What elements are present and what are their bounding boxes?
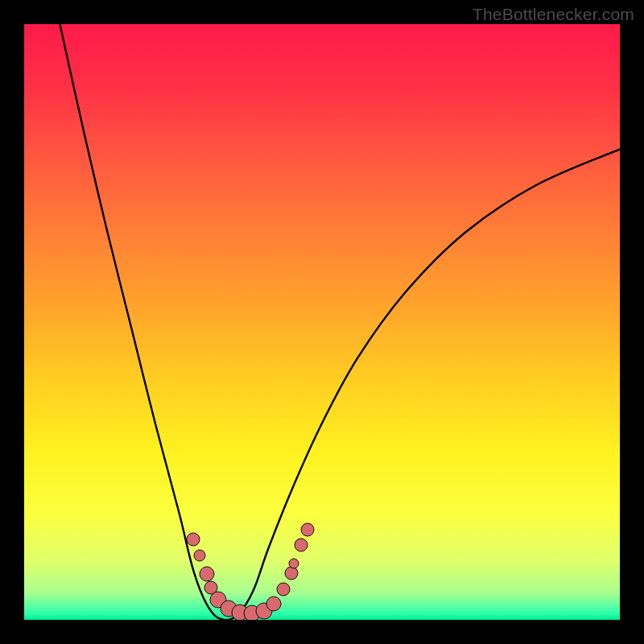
curve-marker xyxy=(301,523,314,536)
chart-frame: TheBottlenecker.com xyxy=(0,0,644,644)
bottleneck-curve xyxy=(60,24,620,620)
plot-area xyxy=(24,24,620,620)
curve-marker xyxy=(266,597,281,611)
watermark-text: TheBottlenecker.com xyxy=(473,5,634,24)
curve-marker xyxy=(194,550,205,561)
curve-marker xyxy=(200,567,214,581)
curve-markers xyxy=(187,523,314,620)
curve-marker xyxy=(187,533,200,546)
curve-marker xyxy=(289,559,299,568)
curve-layer xyxy=(24,24,620,620)
curve-marker xyxy=(295,539,308,551)
curve-marker xyxy=(277,583,290,596)
curve-marker xyxy=(285,567,298,580)
